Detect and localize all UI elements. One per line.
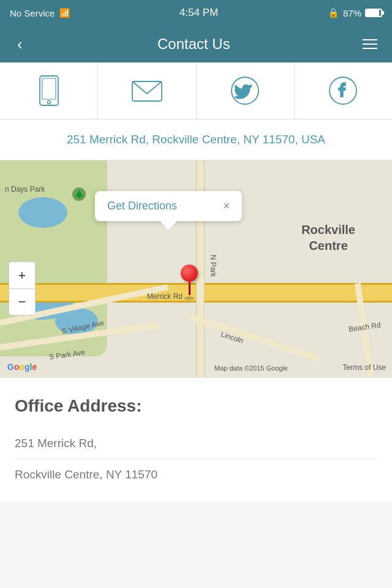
twitter-icon	[230, 76, 260, 105]
park-water-1	[18, 197, 67, 228]
email-button[interactable]	[98, 62, 196, 119]
contact-icon-row	[0, 62, 392, 119]
map-pin	[181, 265, 198, 300]
phone-icon	[36, 75, 62, 107]
zoom-controls: + −	[9, 262, 36, 315]
menu-button[interactable]	[360, 37, 380, 51]
park-tree-icon: 🌲	[72, 187, 86, 201]
lock-icon: 🔒	[328, 7, 339, 18]
zoom-out-button[interactable]: −	[9, 288, 36, 315]
svg-point-2	[47, 101, 50, 104]
city-label: RockvilleCentre	[301, 222, 355, 254]
battery-percent: 87%	[343, 8, 361, 18]
back-button[interactable]: ‹	[12, 32, 28, 56]
terms-of-use-link[interactable]: Terms of Use	[342, 363, 386, 372]
svg-rect-3	[132, 81, 162, 101]
facebook-button[interactable]	[295, 62, 392, 119]
wifi-icon: 📶	[59, 8, 70, 18]
page-title: Contact Us	[157, 36, 230, 53]
park-label: n Days Park	[5, 185, 45, 194]
google-logo: Google	[7, 362, 37, 372]
carrier-label: No Service	[10, 8, 55, 18]
office-title: Office Address:	[15, 396, 377, 416]
map-data-text: Map data ©2015 Google	[214, 364, 288, 372]
battery-icon	[365, 9, 382, 17]
office-section: Office Address: 251 Merrick Rd, Rockvill…	[0, 378, 392, 502]
get-directions-link[interactable]: Get Directions	[107, 200, 177, 213]
office-address-line-2: Rockville Centre, NY 11570	[15, 459, 377, 490]
email-icon	[131, 78, 163, 104]
office-address-line-1: 251 Merrick Rd,	[15, 428, 377, 459]
facebook-icon	[328, 76, 358, 105]
status-bar: No Service 📶 4:54 PM 🔒 87%	[0, 0, 392, 26]
zoom-in-button[interactable]: +	[9, 262, 36, 288]
callout-close-button[interactable]: ×	[223, 200, 230, 213]
address-display[interactable]: 251 Merrick Rd, Rockville Centre, NY 115…	[0, 119, 392, 160]
phone-button[interactable]	[0, 62, 98, 119]
map-callout: Get Directions ×	[95, 191, 242, 221]
road-merrick-label: Merrick Rd	[147, 292, 183, 301]
map-container[interactable]: n Days Park 🌲 Merrick Rd N Park S Villag…	[0, 160, 392, 378]
svg-rect-1	[42, 78, 56, 99]
nav-bar: ‹ Contact Us	[0, 26, 392, 62]
road-npark-label: N Park	[209, 255, 217, 277]
time-display: 4:54 PM	[179, 7, 218, 19]
twitter-button[interactable]	[197, 62, 295, 119]
